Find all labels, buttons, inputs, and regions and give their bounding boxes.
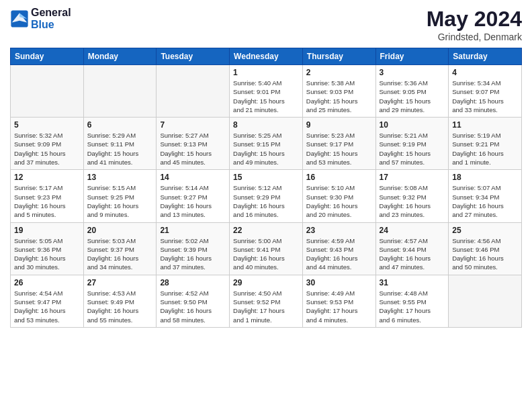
week-row-3: 12Sunrise: 5:17 AM Sunset: 9:23 PM Dayli… (11, 170, 522, 222)
day-number: 8 (233, 120, 299, 130)
day-number: 11 (452, 120, 518, 130)
day-number: 12 (14, 173, 80, 182)
weekday-header-row: SundayMondayTuesdayWednesdayThursdayFrid… (11, 48, 522, 65)
calendar-cell: 5Sunrise: 5:32 AM Sunset: 9:09 PM Daylig… (11, 118, 84, 170)
calendar-cell: 29Sunrise: 4:50 AM Sunset: 9:52 PM Dayli… (230, 275, 303, 327)
day-info: Sunrise: 5:08 AM Sunset: 9:32 PM Dayligh… (380, 183, 445, 219)
day-info: Sunrise: 5:00 AM Sunset: 9:41 PM Dayligh… (233, 236, 299, 272)
calendar-table: SundayMondayTuesdayWednesdayThursdayFrid… (10, 48, 522, 328)
calendar-cell: 24Sunrise: 4:57 AM Sunset: 9:44 PM Dayli… (375, 222, 449, 275)
calendar-cell: 2Sunrise: 5:38 AM Sunset: 9:03 PM Daylig… (302, 65, 375, 118)
day-number: 6 (87, 120, 153, 130)
calendar-page: General Blue May 2024 Grindsted, Denmark… (0, 0, 532, 411)
day-number: 16 (306, 173, 372, 182)
day-info: Sunrise: 5:19 AM Sunset: 9:21 PM Dayligh… (452, 131, 518, 167)
calendar-cell: 16Sunrise: 5:10 AM Sunset: 9:30 PM Dayli… (302, 170, 375, 222)
day-info: Sunrise: 5:15 AM Sunset: 9:25 PM Dayligh… (87, 183, 153, 219)
day-number: 31 (380, 278, 445, 287)
day-number: 14 (160, 173, 226, 182)
calendar-cell: 15Sunrise: 5:12 AM Sunset: 9:29 PM Dayli… (230, 170, 303, 222)
day-info: Sunrise: 5:29 AM Sunset: 9:11 PM Dayligh… (87, 131, 153, 167)
day-number: 10 (380, 120, 445, 130)
day-info: Sunrise: 4:53 AM Sunset: 9:49 PM Dayligh… (87, 289, 153, 324)
calendar-cell: 8Sunrise: 5:25 AM Sunset: 9:15 PM Daylig… (230, 118, 303, 170)
day-info: Sunrise: 4:54 AM Sunset: 9:47 PM Dayligh… (14, 289, 80, 324)
calendar-cell: 30Sunrise: 4:49 AM Sunset: 9:53 PM Dayli… (302, 275, 375, 327)
week-row-5: 26Sunrise: 4:54 AM Sunset: 9:47 PM Dayli… (11, 275, 522, 327)
day-info: Sunrise: 4:50 AM Sunset: 9:52 PM Dayligh… (233, 289, 299, 324)
location: Grindsted, Denmark (427, 32, 522, 42)
day-info: Sunrise: 5:38 AM Sunset: 9:03 PM Dayligh… (306, 79, 372, 114)
weekday-header-friday: Friday (375, 48, 449, 65)
day-number: 5 (14, 120, 80, 130)
day-number: 13 (87, 173, 153, 182)
weekday-header-wednesday: Wednesday (230, 48, 303, 65)
calendar-cell (11, 65, 84, 118)
calendar-cell: 9Sunrise: 5:23 AM Sunset: 9:17 PM Daylig… (302, 118, 375, 170)
day-number: 9 (306, 120, 372, 130)
day-number: 30 (306, 278, 372, 287)
day-number: 15 (233, 173, 299, 182)
day-number: 20 (87, 226, 153, 235)
calendar-cell: 19Sunrise: 5:05 AM Sunset: 9:36 PM Dayli… (11, 222, 84, 275)
day-number: 26 (14, 278, 80, 287)
day-info: Sunrise: 5:03 AM Sunset: 9:37 PM Dayligh… (87, 236, 153, 272)
week-row-1: 1Sunrise: 5:40 AM Sunset: 9:01 PM Daylig… (11, 65, 522, 118)
day-info: Sunrise: 5:05 AM Sunset: 9:36 PM Dayligh… (14, 236, 80, 272)
day-number: 24 (380, 226, 445, 235)
day-info: Sunrise: 4:48 AM Sunset: 9:55 PM Dayligh… (380, 289, 445, 324)
month-title: May 2024 (427, 7, 522, 32)
weekday-header-thursday: Thursday (302, 48, 375, 65)
day-info: Sunrise: 5:02 AM Sunset: 9:39 PM Dayligh… (160, 236, 226, 272)
day-info: Sunrise: 4:49 AM Sunset: 9:53 PM Dayligh… (306, 289, 372, 324)
calendar-cell: 27Sunrise: 4:53 AM Sunset: 9:49 PM Dayli… (83, 275, 157, 327)
day-number: 3 (380, 68, 445, 77)
calendar-cell: 31Sunrise: 4:48 AM Sunset: 9:55 PM Dayli… (375, 275, 449, 327)
calendar-cell: 14Sunrise: 5:14 AM Sunset: 9:27 PM Dayli… (157, 170, 230, 222)
day-info: Sunrise: 5:36 AM Sunset: 9:05 PM Dayligh… (380, 79, 445, 114)
week-row-2: 5Sunrise: 5:32 AM Sunset: 9:09 PM Daylig… (11, 118, 522, 170)
calendar-cell: 6Sunrise: 5:29 AM Sunset: 9:11 PM Daylig… (83, 118, 157, 170)
day-info: Sunrise: 5:14 AM Sunset: 9:27 PM Dayligh… (160, 183, 226, 219)
week-row-4: 19Sunrise: 5:05 AM Sunset: 9:36 PM Dayli… (11, 222, 522, 275)
weekday-header-tuesday: Tuesday (157, 48, 230, 65)
calendar-cell: 10Sunrise: 5:21 AM Sunset: 9:19 PM Dayli… (375, 118, 449, 170)
day-number: 23 (306, 226, 372, 235)
calendar-cell: 12Sunrise: 5:17 AM Sunset: 9:23 PM Dayli… (11, 170, 84, 222)
calendar-cell (157, 65, 230, 118)
day-info: Sunrise: 5:34 AM Sunset: 9:07 PM Dayligh… (452, 79, 518, 114)
logo: General Blue (10, 7, 71, 32)
weekday-header-monday: Monday (83, 48, 157, 65)
day-info: Sunrise: 5:25 AM Sunset: 9:15 PM Dayligh… (233, 131, 299, 167)
logo-icon (10, 9, 29, 28)
calendar-cell: 11Sunrise: 5:19 AM Sunset: 9:21 PM Dayli… (449, 118, 522, 170)
day-number: 17 (380, 173, 445, 182)
day-number: 19 (14, 226, 80, 235)
weekday-header-sunday: Sunday (11, 48, 84, 65)
day-info: Sunrise: 5:12 AM Sunset: 9:29 PM Dayligh… (233, 183, 299, 219)
calendar-cell: 26Sunrise: 4:54 AM Sunset: 9:47 PM Dayli… (11, 275, 84, 327)
day-info: Sunrise: 5:21 AM Sunset: 9:19 PM Dayligh… (380, 131, 445, 167)
weekday-header-saturday: Saturday (449, 48, 522, 65)
day-info: Sunrise: 5:07 AM Sunset: 9:34 PM Dayligh… (452, 183, 518, 219)
day-number: 7 (160, 120, 226, 130)
day-number: 1 (233, 68, 299, 77)
day-info: Sunrise: 5:10 AM Sunset: 9:30 PM Dayligh… (306, 183, 372, 219)
day-number: 22 (233, 226, 299, 235)
calendar-cell: 17Sunrise: 5:08 AM Sunset: 9:32 PM Dayli… (375, 170, 449, 222)
day-number: 27 (87, 278, 153, 287)
logo-text: General Blue (31, 7, 71, 32)
calendar-cell: 25Sunrise: 4:56 AM Sunset: 9:46 PM Dayli… (449, 222, 522, 275)
calendar-cell: 22Sunrise: 5:00 AM Sunset: 9:41 PM Dayli… (230, 222, 303, 275)
day-number: 2 (306, 68, 372, 77)
day-number: 18 (452, 173, 518, 182)
day-number: 25 (452, 226, 518, 235)
day-info: Sunrise: 5:23 AM Sunset: 9:17 PM Dayligh… (306, 131, 372, 167)
day-number: 28 (160, 278, 226, 287)
title-block: May 2024 Grindsted, Denmark (427, 7, 522, 42)
day-info: Sunrise: 4:59 AM Sunset: 9:43 PM Dayligh… (306, 236, 372, 272)
day-number: 21 (160, 226, 226, 235)
calendar-cell: 20Sunrise: 5:03 AM Sunset: 9:37 PM Dayli… (83, 222, 157, 275)
day-info: Sunrise: 5:27 AM Sunset: 9:13 PM Dayligh… (160, 131, 226, 167)
day-number: 29 (233, 278, 299, 287)
